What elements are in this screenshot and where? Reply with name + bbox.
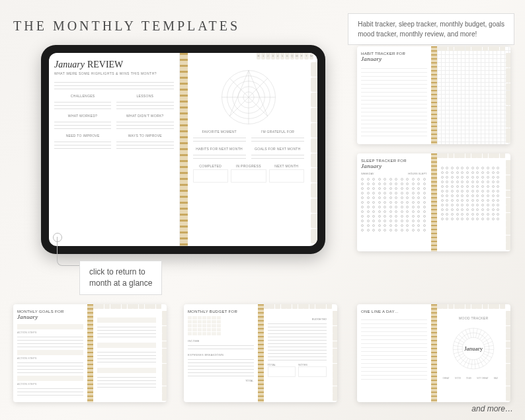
- tab[interactable]: 2: [266, 53, 270, 60]
- top-tabs: [93, 304, 162, 309]
- spiral-binding: [431, 153, 437, 251]
- svg-line-35: [456, 353, 464, 357]
- top-tabs: [437, 304, 506, 309]
- section-grateful: I'M GRATEFUL FOR: [251, 130, 304, 134]
- feature-subtitle: Habit tracker, sleep tracker, monthly bu…: [348, 13, 514, 45]
- tab[interactable]: F: [300, 53, 303, 60]
- writing-lines: [116, 139, 173, 151]
- and-more-text: and more…: [471, 404, 513, 413]
- top-tabs: [264, 304, 333, 309]
- ipad-screen: JanuaryREVIEW WHAT WERE SOME HIGHLIGHTS …: [49, 53, 317, 246]
- month-tab[interactable]: [311, 108, 317, 122]
- svg-line-27: [479, 358, 483, 366]
- box: [193, 169, 229, 183]
- writing-lines: [97, 324, 157, 340]
- goal-header: [97, 317, 157, 323]
- review-title: JanuaryREVIEW: [54, 60, 174, 70]
- top-tabs: [437, 46, 506, 51]
- writing-lines: [17, 334, 83, 347]
- section-completed: COMPLETED: [193, 164, 229, 168]
- thumb-habit-tracker[interactable]: HABIT TRACKER FOR January: [357, 46, 510, 144]
- month-tab[interactable]: [311, 123, 317, 138]
- mood-title: MOOD TRACKER: [441, 316, 507, 320]
- svg-line-15: [476, 329, 478, 338]
- tab[interactable]: W: [309, 53, 313, 60]
- tab[interactable]: 4: [276, 53, 280, 60]
- month-tab[interactable]: [311, 93, 317, 107]
- box: [269, 169, 305, 183]
- writing-lines: [193, 152, 246, 161]
- sleep-dot-grid: [361, 178, 427, 231]
- side-tabs: [506, 53, 510, 143]
- tab[interactable]: H: [257, 53, 261, 60]
- month-tab[interactable]: [311, 153, 317, 168]
- svg-line-10: [229, 71, 249, 116]
- subtitle-line: mood tracker, monthly review, and more!: [358, 29, 505, 39]
- svg-line-31: [467, 359, 470, 368]
- svg-line-32: [464, 358, 468, 366]
- month-tabs[interactable]: [311, 62, 317, 243]
- side-tabs: [506, 160, 510, 250]
- thumb-mood-tracker[interactable]: ONE LINE A DAY… MOOD TRACKER January GRE…: [357, 304, 510, 402]
- month-tab[interactable]: [311, 77, 317, 92]
- writing-lines: [116, 119, 173, 131]
- svg-line-36: [454, 351, 463, 354]
- tab[interactable]: T: [304, 53, 308, 60]
- svg-line-23: [485, 351, 494, 354]
- goal-header: [97, 343, 157, 348]
- svg-line-20: [484, 341, 493, 345]
- goal-header: [97, 368, 157, 373]
- spiral-binding: [431, 46, 437, 144]
- section-ways-improve: WAYS TO IMPROVE: [116, 134, 173, 138]
- section-goals: GOALS FOR NEXT MONTH: [251, 147, 304, 151]
- callout-tooltip: click to return to month at a glance: [79, 261, 162, 295]
- col-label: HOURS SLEPT: [408, 172, 426, 175]
- month-tab[interactable]: [311, 229, 317, 243]
- writing-lines: [188, 357, 254, 376]
- writing-lines: [251, 135, 304, 144]
- habit-grid: [437, 46, 511, 144]
- month-tab[interactable]: [311, 62, 317, 77]
- goal-header: [17, 350, 83, 355]
- month-tab[interactable]: [311, 168, 317, 183]
- tab[interactable]: M: [295, 53, 299, 60]
- tab[interactable]: 5: [280, 53, 284, 60]
- thumb-title: HABIT TRACKER FOR January: [361, 52, 427, 62]
- month-tab[interactable]: [311, 138, 317, 153]
- thumb-monthly-goals[interactable]: MONTHLY GOALS FOR January ACTION STEPS A…: [13, 304, 167, 402]
- writing-lines: [251, 152, 304, 161]
- tab[interactable]: 1: [261, 53, 265, 60]
- svg-line-39: [454, 341, 463, 345]
- writing-lines: [17, 360, 83, 373]
- writing-lines: [268, 321, 327, 360]
- section-challenges: CHALLENGES: [54, 94, 111, 98]
- callout-text: month at a glance: [89, 278, 152, 289]
- goal-header: [17, 376, 83, 381]
- svg-line-24: [483, 353, 492, 357]
- spiral-binding: [180, 53, 188, 246]
- writing-lines: [54, 119, 111, 131]
- svg-line-44: [469, 329, 471, 338]
- svg-line-16: [478, 330, 482, 339]
- review-right-page: H123456QMFTW FAVORITE MOMENT I'M GRATEFU…: [188, 53, 318, 246]
- sleep-dot-grid: [441, 167, 501, 220]
- tab[interactable]: Q: [290, 53, 294, 60]
- thumb-monthly-budget[interactable]: MONTHLY BUDGET FOR INCOME EXPENSES BREAK…: [184, 304, 337, 402]
- ipad-device: JanuaryREVIEW WHAT WERE SOME HIGHLIGHTS …: [41, 45, 325, 254]
- callout-text: click to return to: [89, 267, 152, 278]
- tab[interactable]: 6: [285, 53, 289, 60]
- tab[interactable]: 3: [271, 53, 275, 60]
- spiral-binding: [431, 304, 437, 402]
- thumb-sleep-tracker[interactable]: SLEEP TRACKER FOR January WEEKDAYHOURS S…: [357, 153, 510, 251]
- month-tab[interactable]: [311, 214, 317, 228]
- thumb-title: MONTHLY GOALS FOR January: [17, 310, 83, 320]
- mood-month-label: January: [464, 345, 483, 352]
- month-tab[interactable]: [311, 198, 317, 213]
- top-tabs[interactable]: H123456QMFTW: [253, 53, 317, 60]
- box: [231, 169, 266, 183]
- habit-rows: [361, 65, 427, 138]
- review-left-page: JanuaryREVIEW WHAT WERE SOME HIGHLIGHTS …: [49, 53, 180, 246]
- month-tab[interactable]: [311, 183, 317, 198]
- svg-line-9: [249, 71, 268, 116]
- writing-lines: [97, 349, 157, 365]
